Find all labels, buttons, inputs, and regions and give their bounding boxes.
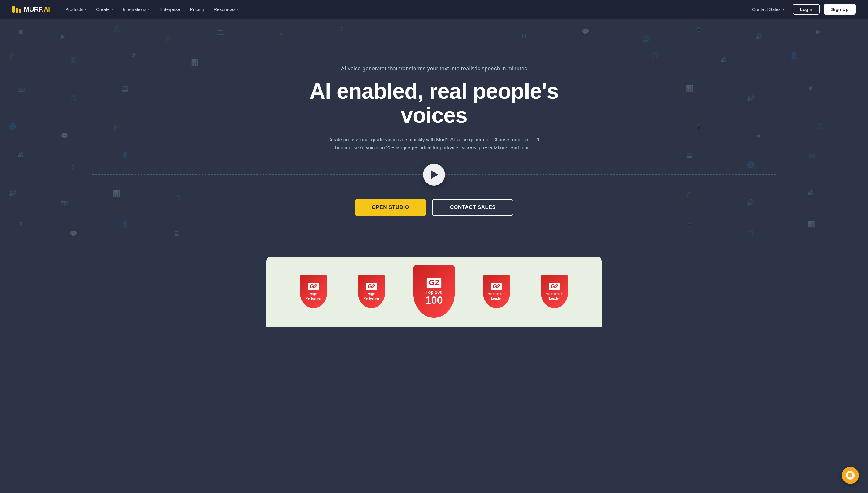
bg-icon: 🔺 [278,31,285,37]
bg-icon: 👤 [121,152,129,158]
hero-buttons: OPEN STUDIO CONTACT SALES [355,199,513,216]
bg-icon: 💬 [61,133,68,139]
g2-badge-2: G2 HighPerformer [358,275,385,308]
award-badge-2: G2 HighPerformer [358,275,385,308]
hero-content: AI voice generator that transforms your … [297,65,571,164]
nav-item-resources[interactable]: Resources ▾ [209,4,243,14]
contact-sales-button[interactable]: CONTACT SALES [432,199,513,216]
award-badge-featured: G2 Top 100 100 [413,265,455,318]
bg-icon: 🔊 [747,95,754,101]
contact-sales-nav-link[interactable]: Contact Sales › [748,4,788,14]
bg-icon: 📽 [17,152,23,158]
g2-logo-3: G2 [491,283,502,291]
bg-icon: 🌐 [8,123,16,129]
hero-description: Create professional-grade voiceovers qui… [324,136,544,151]
bg-icon: 🎵 [113,26,120,32]
bg-icon: 📊 [113,190,120,196]
bg-icon: 🖥 [521,33,527,39]
navbar-left: MURF.AI Products ▾ Create ▾ Integrations… [12,4,243,14]
nav-items: Products ▾ Create ▾ Integrations ▾ Enter… [61,4,243,14]
nav-item-create[interactable]: Create ▾ [92,4,117,14]
bg-icon: 🌐 [642,36,650,42]
nav-item-integrations[interactable]: Integrations ▾ [118,4,154,14]
badge-title-1: HighPerformer [306,292,322,300]
bg-icon: 📊 [686,85,693,91]
award-badge-1: G2 HighPerformer [300,275,327,308]
bg-icon: 🎙 [130,52,136,58]
badge-rank-featured: 100 [425,295,443,306]
g2-badge-featured: G2 Top 100 100 [413,265,455,318]
bg-icon: 📱 [686,221,693,227]
play-icon [431,170,438,179]
logo-text: MURF.AI [24,5,50,14]
logo[interactable]: MURF.AI [12,5,50,14]
bg-icon: ▶ [61,33,65,39]
contact-sales-nav-label: Contact Sales [752,7,781,12]
play-button[interactable] [423,164,445,186]
bg-icon: 📺 [17,85,25,91]
bg-icon: 🖥 [755,133,761,139]
signup-button[interactable]: Sign Up [824,4,856,15]
chevron-down-icon: ▾ [148,7,149,11]
bg-icon: ⏹ [17,28,23,35]
logo-icon [12,6,21,13]
nav-label-integrations: Integrations [123,7,146,12]
bg-icon: 📺 [807,152,815,158]
bg-icon: 🔊 [755,33,763,39]
hero-subtitle: AI voice generator that transforms your … [297,65,571,72]
g2-badge-3: G2 MomentumLeader [483,275,510,308]
g2-logo-2: G2 [366,283,377,291]
hero-section: ⏹ ▶ 🎵 🎓 📷 🔺 🎙 🖥 💬 🌐 📱 🔊 ▶ 🎓 👤 🎙 📊 🎵 📽 👤 … [0,19,868,257]
badge-title-2: HighPerformer [364,292,380,300]
nav-label-enterprise: Enterprise [159,7,180,12]
bg-icon: 👤 [69,57,77,63]
nav-item-pricing[interactable]: Pricing [186,4,208,14]
nav-item-enterprise[interactable]: Enterprise [155,4,184,14]
bg-icon: 🔊 [8,190,16,196]
bg-icon: 📷 [61,199,68,206]
award-badge-4: G2 MomentumLeader [541,275,568,308]
bg-icon: 📊 [191,59,199,65]
bg-icon: 🎓 [8,52,16,58]
bg-icon: 📽 [720,57,726,63]
bg-icon: 🎓 [165,36,173,42]
chevron-down-icon: ▾ [237,7,239,11]
navbar: MURF.AI Products ▾ Create ▾ Integrations… [0,0,868,19]
bg-icon: 🎙 [17,221,23,227]
bg-icon: 🎵 [69,95,77,101]
hero-title: AI enabled, real people's voices [297,79,571,127]
logo-suffix: .AI [42,5,50,13]
bg-icon: 📱 [694,123,702,129]
logo-bar-1 [12,6,15,13]
login-button[interactable]: Login [793,4,820,15]
dashed-line-left [92,174,423,175]
awards-section: G2 HighPerformer G2 HighPerformer G2 Top… [266,257,602,327]
bg-icon: 🎵 [174,195,181,201]
g2-logo-1: G2 [308,283,319,291]
nav-label-create: Create [96,7,110,12]
awards-wrapper: G2 HighPerformer G2 HighPerformer G2 Top… [0,257,868,327]
bg-icon: 👤 [790,52,798,58]
bg-icon: 💬 [69,230,77,236]
chevron-down-icon: ▾ [111,7,113,11]
open-studio-button[interactable]: OPEN STUDIO [355,199,426,216]
g2-badge-1: G2 HighPerformer [300,275,327,308]
play-section [6,164,862,186]
g2-logo-featured: G2 [427,277,441,288]
chevron-down-icon: ▾ [85,7,86,11]
bg-icon: 📱 [694,26,702,32]
bg-icon: 🔊 [747,199,754,206]
bg-icon: 👤 [121,221,129,227]
nav-label-resources: Resources [214,7,236,12]
bg-icon: 📷 [217,28,225,35]
badge-title-3: MomentumLeader [488,292,506,300]
dashed-line-right [445,174,776,175]
nav-item-products[interactable]: Products ▾ [61,4,90,14]
nav-label-products: Products [65,7,83,12]
bg-icon: 💬 [582,28,589,35]
g2-logo-4: G2 [549,283,560,291]
bg-icon: 🎵 [651,52,659,58]
bg-icon: 🎵 [816,123,824,129]
navbar-right: Contact Sales › Login Sign Up [748,4,856,15]
bg-icon: 🎵 [747,230,754,236]
